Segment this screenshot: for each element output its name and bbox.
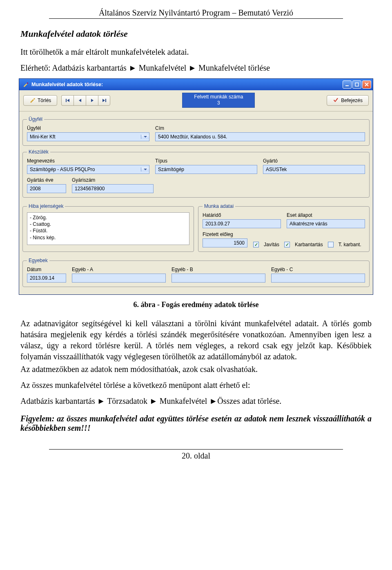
group-munka: Munka adatai Határidő 2013.09.27 Eset ál… — [198, 203, 370, 252]
record-count-value: 3 — [194, 100, 243, 106]
field-megnevezes-value: Számítógép - ASUS P5QLPro — [27, 167, 141, 172]
legend-keszulek: Készülék — [27, 149, 50, 155]
field-eset[interactable]: Alkatrészre várás — [287, 219, 365, 228]
finish-button-label: Befejezés — [341, 98, 363, 103]
label-egyB: Egyéb - B — [172, 267, 265, 272]
label-eloleg: Fizetett előleg — [203, 232, 247, 237]
field-egyB[interactable] — [172, 274, 265, 283]
window-titlebar[interactable]: Munkafelvétel adatok törlése: — [19, 79, 373, 90]
hiba-line: - Csattog. — [30, 221, 187, 227]
footer-divider — [49, 449, 343, 450]
field-ugyfel-value: Mini-Ker Kft — [27, 134, 141, 140]
svg-rect-0 — [345, 85, 349, 86]
minimize-button[interactable] — [343, 80, 352, 89]
label-tipus: Típus — [155, 158, 257, 164]
check-icon — [333, 98, 339, 103]
record-navigator — [61, 95, 110, 106]
page-number: 20. oldal — [20, 451, 372, 461]
chevron-down-icon[interactable] — [141, 167, 149, 171]
field-cim-value: 5400 Mezőtúr, Kalandos u. 584. — [158, 134, 227, 140]
field-gyev[interactable]: 2008 — [27, 184, 66, 193]
label-megnevezes: Megnevezés — [27, 158, 149, 164]
label-chk-tkarb: T. karbant. — [339, 242, 361, 247]
body-para-3: Adatbázis karbantartás ► Törzsadatok ► M… — [20, 396, 372, 407]
window-controls — [343, 80, 371, 89]
field-datum[interactable]: 2013.09.14 — [27, 274, 66, 283]
delete-button[interactable]: Törlés — [23, 95, 57, 106]
nav-last-button[interactable] — [98, 95, 110, 106]
section-title: Munkafelvétel adatok törlése — [20, 29, 372, 39]
record-count-label: Felvett munkák száma — [194, 94, 243, 100]
legend-ugyfel: Ügyfél — [27, 116, 44, 122]
nav-first-button[interactable] — [61, 95, 74, 106]
field-egyC[interactable] — [271, 274, 365, 283]
close-button[interactable] — [362, 80, 371, 89]
field-hatarido[interactable]: 2013.09.27 — [203, 219, 281, 228]
window-title: Munkafelvétel adatok törlése: — [31, 82, 343, 87]
group-ugyfel: Ügyfél Ügyfél Mini-Ker Kft Cím 5400 Mező… — [22, 116, 370, 146]
record-count-box: Felvett munkák száma 3 — [182, 93, 255, 108]
form-area: Ügyfél Ügyfél Mini-Ker Kft Cím 5400 Mező… — [19, 111, 373, 294]
label-chk-javitas: Javítás — [264, 242, 279, 247]
legend-egyebek: Egyebek — [27, 258, 49, 263]
field-tipus-value: Számítógép — [158, 167, 184, 172]
nav-next-button[interactable] — [86, 95, 98, 106]
field-eset-value: Alkatrészre várás — [290, 221, 327, 227]
figure-caption: 6. ábra - Fogás eredmény adatok törlése — [20, 301, 372, 309]
field-megnevezes[interactable]: Számítógép - ASUS P5QLPro — [27, 165, 149, 174]
label-datum: Dátum — [27, 267, 66, 272]
field-gyarto-value: ASUSTek — [266, 167, 287, 172]
delete-button-label: Törlés — [38, 98, 51, 103]
app-icon — [22, 81, 29, 88]
field-gyev-value: 2008 — [30, 186, 41, 191]
label-egyA: Egyéb - A — [72, 267, 166, 272]
hiba-line: - Zörög. — [30, 214, 187, 221]
checkbox-javitas[interactable] — [253, 242, 259, 247]
label-gyev: Gyártás éve — [27, 177, 66, 183]
legend-munka: Munka adatai — [203, 203, 235, 209]
group-keszulek: Készülék Megnevezés Számítógép - ASUS P5… — [22, 149, 370, 198]
label-gyarto: Gyártó — [263, 158, 365, 164]
field-tipus[interactable]: Számítógép — [155, 165, 257, 174]
body-para-1b: Az adatmezőkben az adatok nem módosíthat… — [20, 364, 372, 375]
menu-path: Elérhető: Adatbázis karbantartás ► Munka… — [20, 62, 372, 73]
intro-paragraph: Itt törölhetők a már eltárolt munkafelvé… — [20, 47, 372, 58]
pencil-icon — [29, 98, 35, 103]
field-gyarto[interactable]: ASUSTek — [263, 165, 365, 174]
field-hiba[interactable]: - Zörög. - Csattog. - Füstöl. - Nincs ké… — [27, 212, 189, 245]
label-egyC: Egyéb - C — [271, 267, 365, 272]
label-hatarido: Határidő — [203, 212, 281, 218]
svg-rect-2 — [66, 99, 67, 102]
svg-rect-3 — [105, 99, 106, 102]
field-cim[interactable]: 5400 Mezőtúr, Kalandos u. 584. — [155, 132, 365, 141]
body-para-2: Az összes munkafelvétel törlése a követk… — [20, 380, 372, 391]
checkbox-karbantartas[interactable] — [284, 242, 290, 247]
field-gyszam[interactable]: 12345678900 — [72, 184, 154, 193]
finish-button[interactable]: Befejezés — [327, 95, 369, 106]
label-ugyfel: Ügyfél — [27, 125, 149, 131]
label-cim: Cím — [155, 125, 365, 131]
document-header: Általános Szerviz Nyilvántartó Program –… — [49, 8, 343, 19]
group-hiba: Hiba jelenségek - Zörög. - Csattog. - Fü… — [22, 203, 194, 252]
label-gyszam: Gyáriszám — [72, 177, 154, 183]
chevron-down-icon[interactable] — [141, 135, 149, 139]
field-ugyfel[interactable]: Mini-Ker Kft — [27, 132, 149, 141]
checkbox-tkarbant[interactable] — [328, 242, 334, 247]
field-egyA[interactable] — [72, 274, 166, 283]
field-eloleg-value: 1500 — [234, 240, 245, 246]
group-egyebek: Egyebek Dátum 2013.09.14 Egyéb - A Egyéb… — [22, 258, 370, 287]
label-eset: Eset állapot — [287, 212, 365, 218]
field-datum-value: 2013.09.14 — [30, 275, 54, 281]
label-chk-karb: Karbantartás — [295, 242, 323, 247]
toolbar: Törlés Felvett munkák száma 3 Befejezés — [19, 90, 373, 111]
dialog-window: Munkafelvétel adatok törlése: Törlés Fel… — [19, 78, 373, 295]
hiba-line: - Füstöl. — [30, 227, 187, 234]
legend-hiba: Hiba jelenségek — [27, 203, 65, 209]
field-eloleg[interactable]: 1500 — [203, 238, 247, 247]
svg-rect-1 — [355, 83, 359, 86]
hiba-line: - Nincs kép. — [30, 234, 187, 241]
body-para-1: Az adatnavigátor segítségével ki kell vá… — [20, 318, 372, 362]
maximize-button[interactable] — [352, 80, 361, 89]
document-page: Általános Szerviz Nyilvántartó Program –… — [0, 0, 392, 477]
nav-prev-button[interactable] — [74, 95, 86, 106]
